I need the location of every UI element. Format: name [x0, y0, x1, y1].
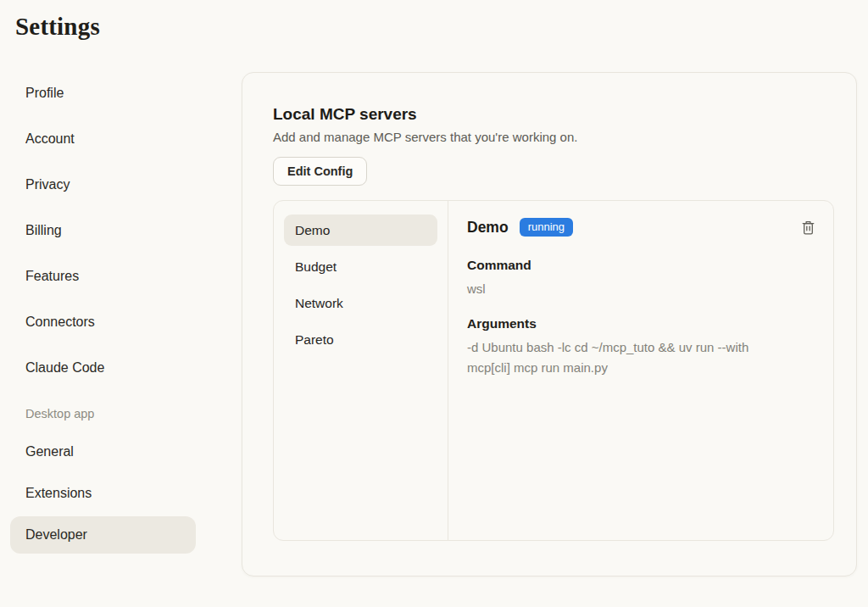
page-title: Settings — [15, 13, 100, 41]
server-name: Demo — [467, 219, 509, 237]
delete-server-button[interactable] — [800, 219, 816, 237]
server-detail-pane: Demo running Command w — [448, 201, 833, 540]
trash-icon — [802, 220, 815, 235]
arguments-label: Arguments — [467, 316, 816, 331]
server-list-item-budget[interactable]: Budget — [284, 251, 437, 282]
server-list-item-pareto[interactable]: Pareto — [284, 324, 437, 355]
status-badge: running — [520, 218, 573, 237]
sidebar-item-general[interactable]: General — [10, 433, 196, 471]
sidebar-item-connectors[interactable]: Connectors — [10, 305, 196, 339]
server-list: Demo Budget Network Pareto — [274, 201, 448, 540]
arguments-value: -d Ubuntu bash -lc cd ~/mcp_tuto && uv r… — [467, 337, 782, 377]
sidebar-section-desktop-app: Desktop app — [10, 405, 196, 422]
sidebar-item-features[interactable]: Features — [10, 259, 196, 293]
sidebar-item-privacy[interactable]: Privacy — [10, 168, 196, 202]
sidebar-item-profile[interactable]: Profile — [10, 76, 196, 110]
command-value: wsl — [467, 279, 782, 298]
edit-config-button[interactable]: Edit Config — [273, 157, 367, 186]
section-heading: Local MCP servers — [273, 105, 832, 124]
sidebar-item-extensions[interactable]: Extensions — [10, 475, 196, 512]
server-list-item-network[interactable]: Network — [284, 287, 437, 319]
sidebar-item-claude-code[interactable]: Claude Code — [10, 351, 196, 385]
sidebar-item-developer[interactable]: Developer — [10, 516, 196, 554]
command-label: Command — [467, 258, 816, 273]
settings-sidebar: Profile Account Privacy Billing Features… — [10, 76, 196, 558]
section-description: Add and manage MCP servers that you're w… — [273, 130, 832, 144]
sidebar-item-account[interactable]: Account — [10, 122, 196, 156]
developer-settings-card: Local MCP servers Add and manage MCP ser… — [242, 72, 857, 576]
server-list-item-demo[interactable]: Demo — [284, 214, 437, 246]
sidebar-item-billing[interactable]: Billing — [10, 214, 196, 248]
server-detail-header: Demo running — [467, 218, 816, 237]
mcp-servers-panel: Demo Budget Network Pareto Demo running — [273, 200, 834, 541]
